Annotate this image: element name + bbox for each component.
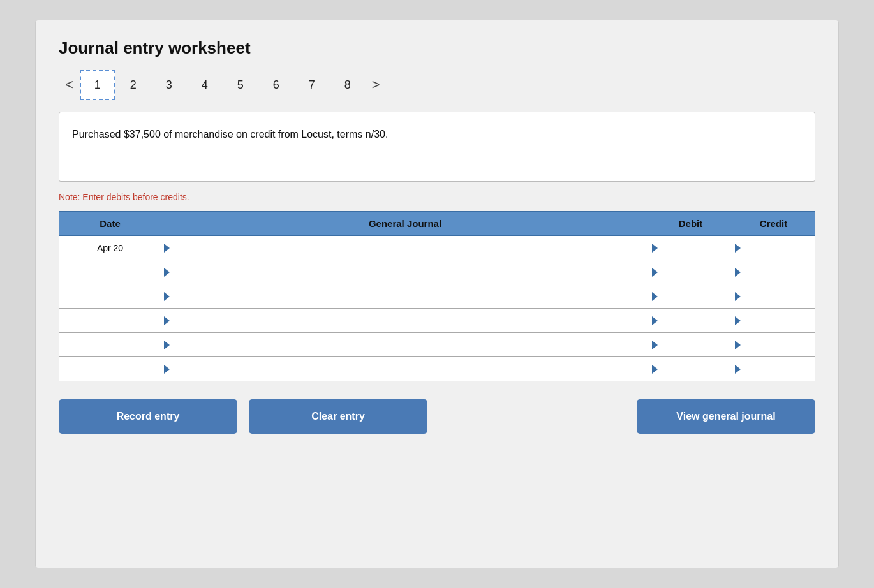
date-input-4[interactable]	[63, 333, 157, 356]
tab-item-5[interactable]: 5	[223, 70, 258, 100]
triangle-icon	[652, 268, 658, 277]
journal-input-3[interactable]	[165, 309, 645, 332]
triangle-icon	[652, 244, 658, 253]
journal-input-2[interactable]	[165, 284, 645, 308]
credit-input-2[interactable]	[736, 284, 811, 308]
triangle-icon	[164, 316, 170, 325]
clear-entry-button[interactable]: Clear entry	[249, 399, 427, 434]
note-text: Note: Enter debits before credits.	[59, 192, 815, 202]
journal-cell-0	[161, 236, 649, 260]
credit-input-1[interactable]	[736, 260, 811, 284]
triangle-icon	[735, 316, 741, 325]
date-input-1[interactable]	[63, 260, 157, 284]
debit-input-1[interactable]	[653, 260, 728, 284]
triangle-icon	[652, 292, 658, 301]
table-row	[59, 333, 815, 357]
triangle-icon	[164, 341, 170, 349]
journal-cell-3	[161, 309, 649, 333]
date-cell-1	[59, 260, 161, 284]
record-entry-button[interactable]: Record entry	[59, 399, 237, 434]
col-header-debit: Debit	[649, 212, 732, 236]
debit-input-0[interactable]	[653, 236, 728, 260]
view-general-journal-button[interactable]: View general journal	[637, 399, 815, 434]
journal-input-4[interactable]	[165, 333, 645, 356]
table-row	[59, 236, 815, 260]
date-input-0[interactable]	[63, 236, 157, 260]
date-cell-5	[59, 357, 161, 381]
tab-item-1[interactable]: 1	[80, 70, 115, 100]
debit-input-4[interactable]	[653, 333, 728, 356]
debit-input-5[interactable]	[653, 357, 728, 381]
triangle-icon	[735, 244, 741, 253]
prev-arrow[interactable]: <	[59, 74, 80, 96]
debit-input-2[interactable]	[653, 284, 728, 308]
table-row	[59, 284, 815, 309]
triangle-icon	[652, 316, 658, 325]
journal-cell-2	[161, 284, 649, 309]
tab-row: < 12345678>	[59, 70, 815, 100]
tab-item-3[interactable]: 3	[151, 70, 187, 100]
date-input-3[interactable]	[63, 309, 157, 332]
triangle-icon	[164, 268, 170, 277]
description-text: Purchased $37,500 of merchandise on cred…	[72, 129, 388, 140]
triangle-icon	[735, 365, 741, 374]
triangle-icon	[652, 341, 658, 349]
credit-cell-1	[732, 260, 815, 284]
debit-cell-3	[649, 309, 732, 333]
description-box: Purchased $37,500 of merchandise on cred…	[59, 112, 815, 182]
col-header-date: Date	[59, 212, 161, 236]
credit-input-4[interactable]	[736, 333, 811, 356]
tab-item-6[interactable]: 6	[258, 70, 294, 100]
debit-input-3[interactable]	[653, 309, 728, 332]
credit-cell-5	[732, 357, 815, 381]
credit-input-3[interactable]	[736, 309, 811, 332]
debit-cell-5	[649, 357, 732, 381]
tab-item-7[interactable]: 7	[294, 70, 330, 100]
debit-cell-2	[649, 284, 732, 309]
triangle-icon	[164, 365, 170, 374]
journal-input-1[interactable]	[165, 260, 645, 284]
date-cell-4	[59, 333, 161, 357]
debit-cell-4	[649, 333, 732, 357]
table-row	[59, 260, 815, 284]
tab-item-8[interactable]: 8	[330, 70, 366, 100]
credit-cell-4	[732, 333, 815, 357]
credit-cell-2	[732, 284, 815, 309]
credit-cell-3	[732, 309, 815, 333]
page-title: Journal entry worksheet	[59, 38, 815, 58]
table-row	[59, 357, 815, 381]
journal-input-0[interactable]	[165, 236, 645, 260]
journal-input-5[interactable]	[165, 357, 645, 381]
button-row: Record entry Clear entry View general jo…	[59, 399, 815, 434]
triangle-icon	[735, 341, 741, 349]
col-header-credit: Credit	[732, 212, 815, 236]
date-cell-3	[59, 309, 161, 333]
debit-cell-1	[649, 260, 732, 284]
journal-cell-5	[161, 357, 649, 381]
date-input-2[interactable]	[63, 284, 157, 308]
tab-item-4[interactable]: 4	[187, 70, 223, 100]
date-cell-2	[59, 284, 161, 309]
triangle-icon	[735, 268, 741, 277]
col-header-journal: General Journal	[161, 212, 649, 236]
journal-cell-4	[161, 333, 649, 357]
next-arrow[interactable]: >	[366, 74, 387, 96]
credit-input-0[interactable]	[736, 236, 811, 260]
journal-table: Date General Journal Debit Credit	[59, 211, 815, 381]
debit-cell-0	[649, 236, 732, 260]
triangle-icon	[164, 244, 170, 253]
date-input-5[interactable]	[63, 357, 157, 381]
tab-item-2[interactable]: 2	[115, 70, 151, 100]
date-cell-0	[59, 236, 161, 260]
credit-input-5[interactable]	[736, 357, 811, 381]
triangle-icon	[652, 365, 658, 374]
journal-cell-1	[161, 260, 649, 284]
triangle-icon	[164, 292, 170, 301]
credit-cell-0	[732, 236, 815, 260]
table-row	[59, 309, 815, 333]
main-container: Journal entry worksheet < 12345678> Purc…	[35, 20, 839, 568]
triangle-icon	[735, 292, 741, 301]
